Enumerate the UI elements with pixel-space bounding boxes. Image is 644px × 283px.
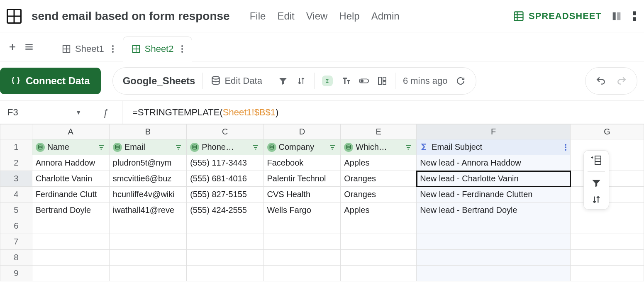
cell-C4[interactable]: (555) 827-5155 (187, 187, 263, 202)
column-header-A[interactable]: A (32, 124, 109, 139)
row-number[interactable]: 3 (0, 171, 32, 187)
sort-tool-icon[interactable] (591, 194, 602, 205)
cell-B5[interactable]: iwathall41@reve (109, 202, 186, 218)
row-number[interactable]: 5 (0, 202, 32, 218)
panel-layout-icon[interactable] (611, 10, 622, 22)
field-header-B[interactable]: Email (109, 139, 186, 155)
tab-menu-icon[interactable] (112, 45, 114, 53)
cell-C7[interactable] (187, 234, 263, 250)
data-source-name[interactable]: Google_Sheets (123, 75, 195, 87)
row-number[interactable]: 1 (0, 139, 32, 155)
column-filter-icon[interactable] (252, 144, 259, 151)
spreadsheet-mode-button[interactable]: SPREADSHEET (513, 10, 602, 22)
cell-E6[interactable] (341, 218, 417, 234)
cell-B8[interactable] (109, 250, 186, 266)
cell-B7[interactable] (109, 234, 186, 250)
cell-F6[interactable] (417, 218, 571, 234)
filter-tool-icon[interactable] (591, 178, 602, 188)
cell-D3[interactable]: Palentir Technol (263, 171, 341, 187)
cell-A7[interactable] (32, 234, 109, 250)
cell-B2[interactable]: pludron5t@nym (109, 155, 186, 171)
cell-C6[interactable] (187, 218, 263, 234)
cell-B6[interactable] (109, 218, 186, 234)
cell-E5[interactable]: Apples (341, 202, 417, 218)
cell-E7[interactable] (341, 234, 417, 250)
cell-D7[interactable] (263, 234, 341, 250)
sigma-icon[interactable] (322, 76, 333, 86)
column-filter-icon[interactable] (405, 144, 412, 151)
cell-B9[interactable] (109, 266, 186, 281)
cell-E9[interactable] (341, 266, 417, 281)
add-column-icon[interactable] (590, 155, 603, 166)
menu-view[interactable]: View (306, 10, 328, 22)
all-sheets-button[interactable] (21, 39, 37, 55)
tab-menu-icon[interactable] (181, 45, 183, 53)
cell-A5[interactable]: Bertrand Doyle (32, 202, 109, 218)
cell-A4[interactable]: Ferdinande Clutt (32, 187, 109, 202)
row-number[interactable]: 2 (0, 155, 32, 171)
column-header-E[interactable]: E (341, 124, 417, 139)
undo-icon[interactable] (595, 76, 606, 86)
cell-C5[interactable]: (555) 424-2555 (187, 202, 263, 218)
row-number[interactable]: 4 (0, 187, 32, 202)
filter-icon[interactable] (278, 76, 288, 86)
cell-G6[interactable] (571, 218, 644, 234)
field-header-E[interactable]: Which… (341, 139, 417, 155)
cell-A6[interactable] (32, 218, 109, 234)
column-header-G[interactable]: G (571, 124, 644, 139)
field-header-A[interactable]: Name (32, 139, 109, 155)
refresh-icon[interactable] (455, 76, 466, 86)
column-filter-icon[interactable] (329, 144, 336, 151)
tab-sheet2[interactable]: Sheet2 (123, 37, 193, 61)
cell-F4[interactable]: New lead - Ferdinande Clutten (417, 187, 571, 202)
cell-G9[interactable] (571, 266, 644, 281)
column-menu-icon[interactable] (564, 144, 567, 151)
cell-F2[interactable]: New lead - Annora Haddow (417, 155, 571, 171)
cell-D2[interactable]: Facebook (263, 155, 341, 171)
cell-C8[interactable] (187, 250, 263, 266)
cell-E8[interactable] (341, 250, 417, 266)
cell-D8[interactable] (263, 250, 341, 266)
add-sheet-button[interactable] (4, 39, 21, 55)
field-header-F[interactable]: Email Subject (417, 139, 571, 155)
cell-D4[interactable]: CVS Health (263, 187, 341, 202)
cell-C2[interactable]: (555) 117-3443 (187, 155, 263, 171)
menu-help[interactable]: Help (339, 10, 359, 22)
row-number[interactable]: 7 (0, 234, 32, 250)
row-number[interactable]: 9 (0, 266, 32, 281)
toggle-icon[interactable] (359, 76, 369, 86)
text-format-icon[interactable] (340, 76, 351, 86)
cell-D5[interactable]: Wells Fargo (263, 202, 341, 218)
cell-F5[interactable]: New lead - Bertrand Doyle (417, 202, 571, 218)
cell-D9[interactable] (263, 266, 341, 281)
cell-A2[interactable]: Annora Haddow (32, 155, 109, 171)
cell-F7[interactable] (417, 234, 571, 250)
menu-edit[interactable]: Edit (277, 10, 294, 22)
tab-sheet1[interactable]: Sheet1 (53, 37, 123, 61)
sort-icon[interactable] (296, 76, 307, 86)
menu-admin[interactable]: Admin (371, 10, 400, 22)
row-number[interactable]: 6 (0, 218, 32, 234)
cell-F3[interactable]: New lead - Charlotte Vanin (417, 171, 571, 187)
document-title[interactable]: send email based on form response (32, 10, 230, 23)
column-filter-icon[interactable] (98, 144, 105, 151)
cell-A8[interactable] (32, 250, 109, 266)
cell-E3[interactable]: Oranges (341, 171, 417, 187)
field-header-D[interactable]: Company (263, 139, 341, 155)
cell-reference-box[interactable]: F3 ▼ (0, 101, 89, 124)
cell-E2[interactable]: Apples (341, 155, 417, 171)
redo-icon[interactable] (616, 76, 627, 86)
column-header-D[interactable]: D (263, 124, 341, 139)
cell-B3[interactable]: smcvittie6@buz (109, 171, 186, 187)
column-header-C[interactable]: C (187, 124, 263, 139)
cell-C3[interactable]: (555) 681-4016 (187, 171, 263, 187)
edit-data-button[interactable]: Edit Data (210, 76, 262, 86)
cell-B4[interactable]: hcunliffe4v@wiki (109, 187, 186, 202)
cell-A9[interactable] (32, 266, 109, 281)
menu-file[interactable]: File (250, 10, 266, 22)
cell-G7[interactable] (571, 234, 644, 250)
cell-E4[interactable]: Oranges (341, 187, 417, 202)
column-filter-icon[interactable] (175, 144, 182, 151)
formula-input[interactable]: =STRINGTEMPLATE(Sheet1!$B$1) (122, 107, 278, 118)
row-number[interactable]: 8 (0, 250, 32, 266)
